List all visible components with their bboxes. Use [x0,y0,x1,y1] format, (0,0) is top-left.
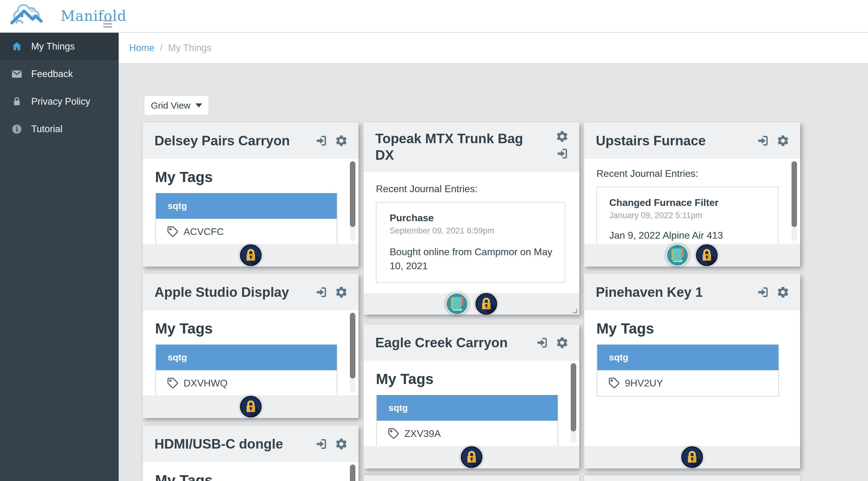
tag-row[interactable]: DXVHWQ [156,370,337,395]
resize-handle[interactable] [570,306,578,314]
sidebar-item-privacy-policy[interactable]: Privacy Policy [0,88,119,115]
lock-badge-icon [681,446,704,469]
card-header: Apple Studio Display [143,274,359,310]
card-title: HDMI/USB-C dongle [143,436,329,452]
tag-list: sqtg DXVHWQ [155,344,337,395]
card-footer [364,446,579,469]
journal-badge-icon [445,293,468,315]
grid-view-dropdown[interactable]: Grid View [144,95,209,116]
card-body: Recent Journal Entries: Changed Furnace … [584,159,800,244]
open-item-icon[interactable] [756,285,770,299]
journal-entry-body: Jan 9, 2022 Alpine Air 413 [609,228,769,242]
open-item-icon[interactable] [314,134,328,148]
gear-icon[interactable] [335,134,348,148]
lock-badge-icon [460,446,483,469]
card-title: Apple Studio Display [143,284,335,300]
gear-icon[interactable] [335,285,348,299]
sidebar: My Things Feedback Privacy Policy Tutori… [0,33,119,481]
sidebar-item-label: Feedback [31,68,73,80]
gear-icon[interactable] [555,130,569,143]
journal-entry-date: January 09, 2022 5:11pm [609,211,769,220]
card-header: HDMI/USB-C dongle [143,426,359,462]
scrollbar-thumb[interactable] [571,363,576,431]
card-header: Eagle Creek Carryon [364,324,579,361]
scrollbar-thumb[interactable] [792,161,797,227]
envelope-icon [11,68,23,80]
tag-code: 9HV2UY [625,378,663,389]
card-header: Topeak MTX Trunk Bag DX [364,122,579,172]
sidebar-item-my-things[interactable]: My Things [0,33,119,60]
tag-icon [167,226,179,237]
tag-row[interactable]: ZXV39A [377,421,558,446]
open-item-icon[interactable] [314,437,328,451]
lock-badge-icon [695,244,718,267]
padlock-icon [11,96,23,108]
breadcrumb-home-link[interactable]: Home [129,42,154,54]
open-item-icon[interactable] [535,336,549,350]
scrollbar-thumb[interactable] [350,161,355,227]
gear-icon[interactable] [776,134,790,148]
tag-group-sqtg[interactable]: sqtg [377,395,558,421]
tag-row[interactable]: ACVCFC [156,219,337,244]
card-footer [143,395,359,418]
item-card-hdmi-usbc-dongle: HDMI/USB-C dongle My Tags [143,426,359,481]
sidebar-item-label: Tutorial [31,124,62,134]
my-tags-heading: My Tags [155,170,359,184]
open-item-icon[interactable] [555,147,569,160]
open-item-icon[interactable] [314,285,328,299]
journal-entry-date: September 09, 2021 6:59pm [390,226,555,236]
info-icon [11,123,23,135]
journal-entry-title: Purchase [390,212,555,224]
scrollbar-track[interactable] [792,161,797,241]
sidebar-item-label: My Things [31,41,74,52]
journal-heading: Recent Journal Entries: [596,168,800,179]
my-tags-heading: My Tags [155,473,359,481]
scrollbar-thumb[interactable] [350,464,355,481]
card-body: My Tags sqtg DXVHWQ [143,310,359,395]
sidebar-item-tutorial[interactable]: Tutorial [0,115,119,143]
my-tags-heading: My Tags [155,321,359,336]
card-body: My Tags [143,462,359,481]
tag-group-sqtg[interactable]: sqtg [597,344,778,370]
brand-name: Manifold [61,8,127,24]
card-title: Eagle Creek Carryon [364,334,554,351]
card-body: My Tags sqtg ZXV39A [364,361,579,446]
gear-icon[interactable] [335,437,348,451]
gear-icon[interactable] [555,336,569,350]
scrollbar-track[interactable] [571,363,576,443]
tag-row[interactable]: 9HV2UY [597,370,778,396]
tag-group-sqtg[interactable]: sqtg [156,344,337,370]
scrollbar-track[interactable] [350,313,355,393]
scrollbar-thumb[interactable] [350,313,355,379]
app-screen: ⚙ ⚙ Manifold My Things [0,0,868,481]
card-footer [143,244,359,267]
card-body: Recent Journal Entries: Purchase Septemb… [364,172,579,293]
tag-code: ZXV39A [404,428,441,440]
tag-list: sqtg ZXV39A [376,395,558,446]
sidebar-item-feedback[interactable]: Feedback [0,60,119,88]
tag-icon [608,377,620,389]
open-item-icon[interactable] [756,134,770,148]
journal-entry: Purchase September 09, 2021 6:59pm Bough… [376,202,565,283]
card-header: Delsey Pairs Carryon [143,122,359,159]
my-tags-heading: My Tags [376,372,579,387]
sidebar-item-label: Privacy Policy [31,96,90,107]
item-card-apple-studio-display: Apple Studio Display My Tags sqtg DXVHWQ [143,274,359,418]
scrollbar-track[interactable] [350,464,355,481]
breadcrumb-current: My Things [168,42,211,54]
card-title: Upstairs Furnace [584,132,751,149]
lock-badge-icon [240,244,262,267]
hamburger-menu-icon[interactable] [103,20,112,29]
item-card-pinehaven-key-1: Pinehaven Key 1 My Tags sqtg 9HV2UY [584,274,800,469]
journal-entry: Changed Furnace Filter January 09, 2022 … [596,187,778,244]
journal-badge-icon [666,244,689,267]
tag-group-sqtg[interactable]: sqtg [156,193,337,219]
gear-icon[interactable] [776,285,790,299]
lock-badge-icon [475,293,498,315]
manifold-logo-icon: ⚙ ⚙ [8,2,58,29]
tag-code: DXVHWQ [184,378,227,389]
card-footer [584,244,800,267]
scrollbar-track[interactable] [350,161,355,241]
top-bar: ⚙ ⚙ Manifold [0,0,868,33]
card-header: Pinehaven Key 1 [584,274,800,310]
